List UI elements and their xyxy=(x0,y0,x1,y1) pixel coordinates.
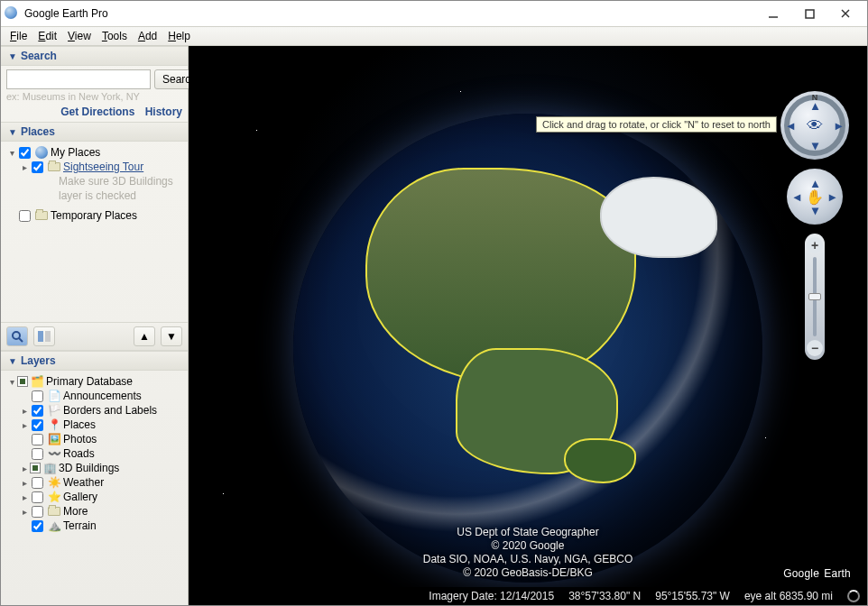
search-panel-title: Search xyxy=(21,50,57,62)
menu-file[interactable]: File xyxy=(5,28,32,44)
layer-checkbox[interactable] xyxy=(32,477,43,489)
layer-checkbox[interactable] xyxy=(32,434,43,445)
layer-label[interactable]: More xyxy=(63,505,88,518)
compass-tooltip: Click and drag to rotate, or click "N" t… xyxy=(536,116,777,133)
zoom-in-button[interactable]: + xyxy=(807,237,823,253)
layers-panel-header[interactable]: ▼ Layers xyxy=(1,351,188,371)
menu-view[interactable]: View xyxy=(62,28,97,44)
sightseeing-tour-link[interactable]: Sightseeing Tour xyxy=(63,161,143,173)
move-up-button[interactable]: ▲ xyxy=(134,326,155,346)
split-icon xyxy=(38,331,51,342)
navigation-controls: N ▴ ▾ ◂ ▸ 👁 ▴ ▾ ◂ ▸ ✋ + − xyxy=(775,91,854,360)
sightseeing-hint2: layer is checked xyxy=(59,189,136,202)
maximize-button[interactable] xyxy=(791,1,827,26)
expand-icon[interactable]: ▸ xyxy=(19,478,30,488)
temporary-places-checkbox[interactable] xyxy=(19,210,31,222)
expand-icon[interactable]: ▸ xyxy=(19,507,30,517)
layer-label[interactable]: Photos xyxy=(63,433,97,445)
layer-label[interactable]: 3D Buildings xyxy=(59,462,119,474)
status-eye-alt: eye alt 6835.90 mi xyxy=(744,590,833,602)
history-link[interactable]: History xyxy=(145,106,182,118)
map-viewport[interactable]: 📌 ⬠ 〰 🖼 🎥 🕒 🌅 🪐 📏 ✉ 🖨 💾 � xyxy=(189,46,867,605)
primary-db-checkbox[interactable] xyxy=(17,376,28,387)
menu-edit[interactable]: Edit xyxy=(32,28,62,44)
zoom-thumb[interactable] xyxy=(808,293,821,300)
status-latitude: 38°57'33.80" N xyxy=(568,590,641,602)
zoom-slider[interactable]: + − xyxy=(805,234,825,360)
landmass xyxy=(600,177,717,258)
chevron-down-icon: ▼ xyxy=(8,127,17,137)
get-directions-link[interactable]: Get Directions xyxy=(60,106,134,118)
borders-icon: 🏳️ xyxy=(47,404,61,417)
expand-icon[interactable]: ▸ xyxy=(19,464,30,473)
svg-rect-6 xyxy=(38,331,43,342)
expand-icon[interactable]: ▾ xyxy=(6,148,17,158)
minimize-icon xyxy=(768,8,779,19)
expand-icon[interactable]: ▸ xyxy=(19,420,30,430)
google-earth-logo: Google Earth xyxy=(783,563,851,582)
layer-checkbox[interactable] xyxy=(32,390,43,402)
title-bar: Google Earth Pro xyxy=(1,1,867,26)
layer-checkbox[interactable] xyxy=(32,491,43,503)
expand-icon[interactable]: ▸ xyxy=(19,492,30,502)
look-compass[interactable]: N ▴ ▾ ◂ ▸ 👁 xyxy=(780,91,849,160)
globe-icon xyxy=(34,146,49,159)
menu-help[interactable]: Help xyxy=(162,28,196,44)
layer-checkbox[interactable] xyxy=(30,463,41,473)
pan-control[interactable]: ▴ ▾ ◂ ▸ ✋ xyxy=(787,169,843,225)
menu-tools[interactable]: Tools xyxy=(97,28,133,44)
app-icon xyxy=(5,6,19,21)
svg-rect-1 xyxy=(806,10,814,18)
expand-icon[interactable]: ▸ xyxy=(19,162,30,172)
folder-icon xyxy=(34,209,49,222)
buildings-icon: 🏢 xyxy=(42,462,57,474)
attribution-line: Data SIO, NOAA, U.S. Navy, NGA, GEBCO xyxy=(423,553,633,566)
places-icon: 📍 xyxy=(47,418,61,431)
zoom-out-button[interactable]: − xyxy=(807,340,823,356)
layer-label[interactable]: Announcements xyxy=(63,390,142,402)
primary-database-label[interactable]: Primary Database xyxy=(46,375,133,388)
layer-label[interactable]: Weather xyxy=(63,476,104,489)
layer-checkbox[interactable] xyxy=(32,520,43,532)
sightseeing-checkbox[interactable] xyxy=(32,161,43,173)
eye-icon: 👁 xyxy=(780,91,849,160)
search-panel-header[interactable]: ▼ Search xyxy=(1,46,188,66)
expand-icon[interactable]: ▾ xyxy=(6,377,17,387)
layer-checkbox[interactable] xyxy=(32,419,43,431)
landmass xyxy=(564,438,636,483)
maximize-icon xyxy=(805,9,815,19)
layer-label[interactable]: Terrain xyxy=(63,519,97,532)
temporary-places-label[interactable]: Temporary Places xyxy=(51,209,137,222)
layer-label[interactable]: Places xyxy=(63,418,96,431)
gallery-icon: ⭐ xyxy=(47,491,61,503)
my-places-checkbox[interactable] xyxy=(19,147,31,159)
search-icon xyxy=(11,330,23,343)
chevron-down-icon: ▼ xyxy=(8,356,17,366)
layer-label[interactable]: Gallery xyxy=(63,491,97,503)
expand-icon[interactable]: ▸ xyxy=(19,406,30,416)
places-panel-header[interactable]: ▼ Places xyxy=(1,122,188,142)
folder-icon xyxy=(47,505,61,518)
layer-checkbox[interactable] xyxy=(32,405,43,417)
photos-icon: 🖼️ xyxy=(47,433,61,445)
search-input[interactable] xyxy=(6,69,151,89)
layer-checkbox[interactable] xyxy=(32,448,43,460)
layer-label[interactable]: Roads xyxy=(63,447,95,460)
move-down-button[interactable]: ▼ xyxy=(161,326,182,346)
status-imagery-date: Imagery Date: 12/14/2015 xyxy=(429,590,554,602)
close-button[interactable] xyxy=(827,1,863,26)
search-places-button[interactable] xyxy=(6,326,28,346)
my-places-label[interactable]: My Places xyxy=(51,146,100,159)
menu-add[interactable]: Add xyxy=(133,28,162,44)
places-panel-title: Places xyxy=(21,125,55,138)
zoom-track[interactable] xyxy=(813,257,817,336)
layers-tree: ▾ 🗂️ Primary Database 📄Announcements ▸🏳️… xyxy=(1,371,188,605)
loading-spinner-icon xyxy=(847,590,860,602)
view-toggle-button[interactable] xyxy=(33,326,55,346)
layer-checkbox[interactable] xyxy=(32,506,43,518)
layer-label[interactable]: Borders and Labels xyxy=(63,404,157,417)
menu-bar: File Edit View Tools Add Help xyxy=(1,26,867,46)
globe[interactable] xyxy=(293,114,762,583)
chevron-down-icon: ▼ xyxy=(8,51,17,61)
minimize-button[interactable] xyxy=(755,1,791,26)
